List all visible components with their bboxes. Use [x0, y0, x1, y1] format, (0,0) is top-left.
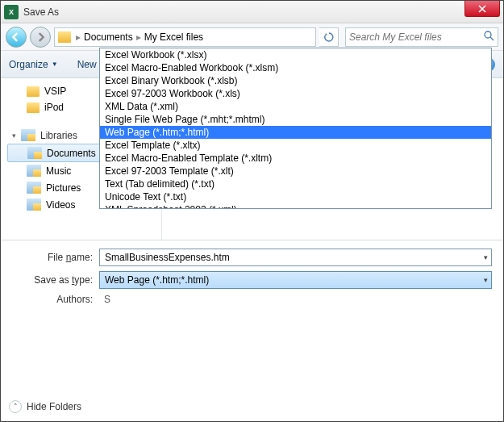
svg-line-1 [490, 37, 494, 40]
sidebar-item-label: Music [46, 165, 71, 177]
dropdown-option[interactable]: Excel Binary Workbook (*.xlsb) [100, 74, 491, 87]
close-button[interactable] [464, 1, 500, 17]
dropdown-caret-icon[interactable]: ▾ [484, 276, 488, 284]
library-icon [27, 165, 41, 177]
library-icon [27, 182, 41, 194]
expand-icon[interactable]: ▾ [12, 132, 16, 140]
svg-point-0 [485, 31, 491, 38]
folder-icon [27, 102, 40, 113]
sidebar-item-label: VSIP [44, 86, 66, 97]
dropdown-option[interactable]: Excel Macro-Enabled Template (*.xltm) [100, 152, 491, 165]
file-name-field[interactable]: SmallBusinessExpenses.htm ▾ [99, 249, 492, 266]
library-icon [27, 147, 42, 159]
organize-label: Organize [9, 59, 48, 70]
dropdown-option[interactable]: XML Data (*.xml) [100, 100, 491, 113]
file-name-value[interactable]: SmallBusinessExpenses.htm [105, 252, 230, 263]
save-type-field[interactable]: Web Page (*.htm;*.html) ▾ [99, 271, 492, 289]
folder-icon [58, 31, 71, 43]
search-input[interactable] [349, 31, 483, 43]
back-button[interactable] [6, 27, 27, 48]
dropdown-option[interactable]: Excel Workbook (*.xlsx) [100, 48, 491, 61]
sidebar-item-label: Pictures [46, 182, 81, 194]
authors-label: Authors: [12, 294, 93, 305]
dropdown-caret-icon[interactable]: ▾ [484, 253, 488, 261]
save-type-label: Save as type: [12, 274, 93, 286]
save-type-value[interactable]: Web Page (*.htm;*.html) [105, 274, 209, 286]
dropdown-option[interactable]: Text (Tab delimited) (*.txt) [100, 178, 491, 190]
dropdown-option[interactable]: Excel 97-2003 Template (*.xlt) [100, 165, 491, 178]
save-type-dropdown[interactable]: Excel Workbook (*.xlsx)Excel Macro-Enabl… [99, 48, 492, 209]
dropdown-option[interactable]: Web Page (*.htm;*.html) [100, 126, 491, 139]
excel-icon: X [4, 5, 19, 19]
titlebar: X Save As [1, 1, 503, 23]
chevron-right-icon: ▸ [76, 31, 81, 43]
sidebar-item-label: iPod [44, 102, 64, 113]
folder-icon [27, 86, 40, 97]
dropdown-option[interactable]: Excel 97-2003 Workbook (*.xls) [100, 87, 491, 100]
organize-button[interactable]: Organize ▼ [9, 59, 58, 70]
forward-button[interactable] [30, 27, 51, 48]
chevron-right-icon: ▸ [136, 31, 141, 43]
library-icon [27, 198, 41, 211]
breadcrumb-item[interactable]: Documents [84, 31, 133, 43]
file-name-label: File name: [12, 252, 93, 263]
form-area: File name: SmallBusinessExpenses.htm ▾ S… [1, 240, 503, 316]
sidebar-item-label: Videos [46, 199, 75, 211]
dropdown-option[interactable]: Unicode Text (*.txt) [100, 190, 491, 203]
hide-folders-label: Hide Folders [27, 401, 81, 412]
libraries-label: Libraries [40, 130, 77, 141]
chevron-up-icon: ˄ [9, 400, 22, 413]
dropdown-option[interactable]: Excel Macro-Enabled Workbook (*.xlsm) [100, 61, 491, 74]
dropdown-option[interactable]: Excel Template (*.xltx) [100, 139, 491, 152]
refresh-button[interactable] [319, 27, 339, 47]
sidebar-item-label: Documents [47, 148, 96, 159]
search-icon[interactable] [483, 30, 494, 44]
search-box[interactable] [345, 27, 498, 47]
window-title: Save As [23, 6, 500, 18]
dropdown-option[interactable]: Single File Web Page (*.mht;*.mhtml) [100, 113, 491, 126]
dropdown-option[interactable]: XML Spreadsheet 2003 (*.xml) [100, 203, 491, 209]
libraries-icon [21, 129, 35, 141]
chevron-down-icon: ▼ [52, 61, 58, 68]
hide-folders-button[interactable]: ˄ Hide Folders [9, 400, 81, 413]
authors-value[interactable]: S [99, 294, 110, 305]
breadcrumb-item[interactable]: My Excel files [144, 31, 203, 43]
breadcrumb[interactable]: ▸ Documents ▸ My Excel files [54, 27, 316, 47]
navbar: ▸ Documents ▸ My Excel files [1, 23, 503, 51]
